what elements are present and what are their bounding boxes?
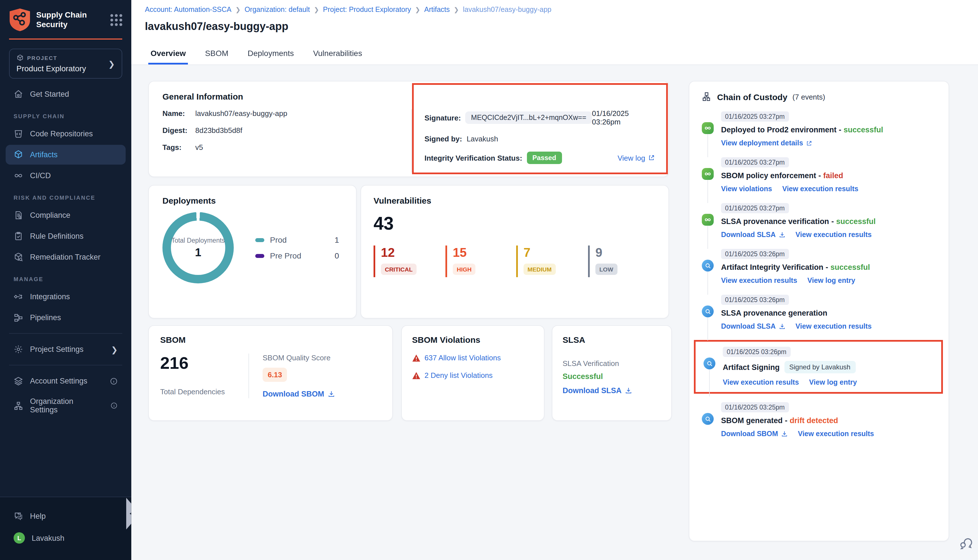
severity-critical[interactable]: 12 CRITICAL [374,245,446,277]
donut-center-value: 1 [195,246,201,259]
field-tags: Tags: v5 [162,143,411,152]
sidebar-footer: Help L Lavakush [0,497,131,560]
sbom-total: 216 [160,353,249,373]
breadcrumb-organization[interactable]: Organization: default [245,6,310,13]
legend-item-prod[interactable]: Prod 1 [255,235,342,244]
app-logo-shield-icon [9,8,30,32]
sbom-quality-score: 6.13 [263,368,287,382]
donut-center-label: Total Deployments [171,237,225,245]
scan-event-icon [702,413,714,425]
app-title: Supply ChainSecurity [36,10,105,30]
info-icon[interactable] [110,402,118,410]
user-avatar: L [13,532,25,543]
chain-event-slsa-verification: 01/16/2025 03:27pm SLSA provenance verif… [702,203,936,239]
view-execution-results-link[interactable]: View execution results [782,185,858,193]
sidebar-user[interactable]: L Lavakush [6,527,126,549]
card-title: SLSA [562,335,661,345]
download-sbom-link[interactable]: Download SBOM [721,430,788,438]
download-slsa-link[interactable]: Download SLSA [721,322,785,330]
sidebar-item-organization-settings[interactable]: Organization Settings [6,392,126,419]
view-violations-link[interactable]: View violations [721,185,772,193]
project-name: Product Exploratory [17,64,108,73]
view-execution-results-link[interactable]: View execution results [796,322,871,330]
sidebar-item-project-settings[interactable]: Project Settings ❯ [6,339,126,359]
severity-low[interactable]: 9 LOW [588,245,650,277]
status-badge-passed: Passed [527,152,562,164]
download-slsa-link[interactable]: Download SLSA [721,231,785,239]
info-icon[interactable] [110,377,118,385]
field-name: Name: lavakush07/easy-buggy-app [162,109,411,118]
allow-list-violations: 637 Allow list Violations [412,353,534,362]
layers-gear-icon [13,376,23,386]
project-selector[interactable]: PROJECT Product Exploratory ❯ [9,48,122,78]
chain-events-count: (7 events) [792,92,825,101]
sidebar-item-rule-definitions[interactable]: Rule Definitions [6,226,126,246]
chevron-right-icon: ❯ [454,6,459,13]
sidebar-item-integrations[interactable]: Integrations [6,287,126,307]
card-title: Deployments [162,196,342,205]
view-execution-results-link[interactable]: View execution results [796,231,871,239]
legend-item-preprod[interactable]: Pre Prod 0 [255,251,342,260]
sidebar-item-artifacts[interactable]: Artifacts [6,145,126,165]
code-repository-icon [13,129,23,138]
tab-deployments[interactable]: Deployments [245,43,296,65]
tab-overview[interactable]: Overview [148,43,188,65]
chain-event-artifact-integrity: 01/16/2025 03:26pm Artifact Integrity Ve… [702,248,936,285]
sidebar-section-supply-chain: SUPPLY CHAIN [0,105,131,123]
chevron-right-icon: ❯ [415,6,420,13]
view-execution-results-link[interactable]: View execution results [798,430,874,438]
view-log-entry-link[interactable]: View log entry [807,277,855,285]
sidebar-divider [9,365,122,365]
signature-value[interactable]: MEQCICde2VjIT...bL+2+mqnOXw== [466,112,592,124]
field-signature: Signature: MEQCICde2VjIT...bL+2+mqnOXw==… [424,109,655,126]
app-switcher-icon[interactable] [110,14,122,26]
view-log-link[interactable]: View log [618,153,655,162]
view-deployment-details-link[interactable]: View deployment details [721,139,812,147]
download-slsa-link[interactable]: Download SLSA [562,386,661,395]
vulnerabilities-total: 43 [374,213,656,234]
download-sbom-link[interactable]: Download SBOM [263,390,335,398]
tab-vulnerabilities[interactable]: Vulnerabilities [311,43,364,65]
event-timestamp: 01/16/2025 03:26pm [721,249,789,259]
breadcrumb-artifacts[interactable]: Artifacts [424,6,450,13]
severity-medium[interactable]: 7 MEDIUM [516,245,588,277]
user-name: Lavakush [32,534,65,542]
package-icon [17,54,24,62]
view-log-entry-link[interactable]: View log entry [809,378,857,386]
project-label: PROJECT [27,55,57,61]
field-signed-by: Signed by: Lavakush [424,135,655,143]
sidebar-item-account-settings[interactable]: Account Settings [6,371,126,391]
chain-event-artifact-signing: 01/16/2025 03:26pm Artifact Signing Sign… [704,346,935,386]
view-execution-results-link[interactable]: View execution results [721,277,797,285]
chevron-right-icon: ❯ [235,6,240,13]
slsa-status: Successful [562,372,661,381]
sbom-quality-label: SBOM Quality Score [263,353,335,362]
support-chat-icon[interactable] [959,535,973,550]
breadcrumb-current: lavakush07/easy-buggy-app [463,6,552,13]
cube-icon [13,150,23,160]
download-icon [778,232,785,238]
sbom-total-label: Total Dependencies [160,387,249,396]
tab-sbom[interactable]: SBOM [203,43,230,65]
view-execution-results-link[interactable]: View execution results [723,378,799,386]
sidebar-item-remediation-tracker[interactable]: Remediation Tracker [6,247,126,267]
sidebar-item-code-repositories[interactable]: Code Repositories [6,124,126,144]
card-title: Vulnerabilities [374,196,656,205]
event-timestamp: 01/16/2025 03:27pm [721,203,789,213]
sidebar-item-cicd[interactable]: CI/CD [6,166,126,185]
breadcrumb-project[interactable]: Project: Product Exploratory [323,6,411,13]
event-timestamp: 01/16/2025 03:27pm [721,112,789,122]
warning-icon [412,372,421,379]
sidebar-item-help[interactable]: Help [6,506,126,526]
chain-event-sbom-generated: 01/16/2025 03:25pm SBOM generated - drif… [702,402,936,438]
sidebar-item-compliance[interactable]: Compliance [6,205,126,225]
external-link-icon [648,155,655,161]
sidebar-item-pipelines[interactable]: Pipelines [6,308,126,328]
sidebar-item-get-started[interactable]: Get Started [6,84,126,104]
sidebar-section-risk-compliance: RISK AND COMPLIANCE [0,187,131,204]
chevron-right-icon: ❯ [108,59,115,68]
breadcrumb-account[interactable]: Account: Automation-SSCA [145,6,232,13]
severity-high[interactable]: 15 HIGH [446,245,516,277]
field-digest: Digest: 8d23bd3b5d8f [162,126,411,135]
scan-event-icon [702,260,714,272]
